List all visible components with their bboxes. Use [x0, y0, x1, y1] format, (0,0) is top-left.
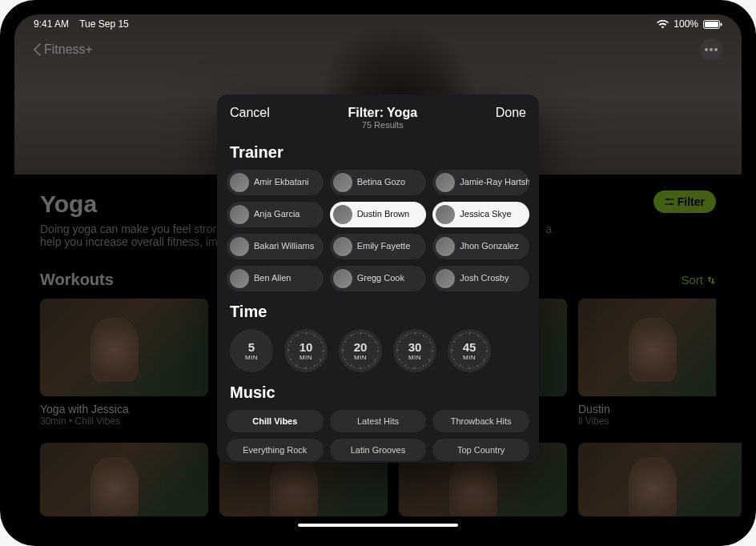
- wifi-icon: [657, 20, 669, 29]
- time-option[interactable]: 20MIN: [339, 329, 382, 372]
- back-label: Fitness+: [44, 42, 93, 57]
- trainer-avatar-icon: [230, 237, 249, 256]
- music-option[interactable]: Everything Rock: [227, 439, 324, 461]
- status-time: 9:41 AM: [34, 18, 69, 30]
- trainer-name: Betina Gozo: [357, 178, 406, 187]
- status-bar: 9:41 AM Tue Sep 15 100%: [14, 14, 742, 32]
- time-unit: MIN: [408, 354, 421, 361]
- workout-thumb: [40, 299, 208, 396]
- trainer-avatar-icon: [436, 237, 455, 256]
- music-options: Chill VibesLatest HitsThrowback HitsEver…: [227, 410, 529, 463]
- sort-arrows-icon: [706, 275, 716, 285]
- trainer-avatar-icon: [436, 205, 455, 224]
- battery-percent: 100%: [674, 18, 698, 30]
- trainer-name: Jamie-Ray Hartshorne: [460, 178, 529, 187]
- music-option[interactable]: Latest Hits: [330, 410, 427, 432]
- svg-rect-9: [665, 204, 674, 205]
- trainer-pill[interactable]: Emily Fayette: [330, 234, 427, 259]
- music-option[interactable]: Latin Grooves: [330, 439, 427, 461]
- trainer-name: Jessica Skye: [460, 210, 511, 219]
- workout-card-sub: ll Vibes: [578, 416, 716, 427]
- time-unit: MIN: [463, 354, 476, 361]
- done-button[interactable]: Done: [496, 106, 526, 120]
- more-button[interactable]: [700, 38, 722, 61]
- svg-point-4: [710, 48, 713, 51]
- trainer-pill[interactable]: Ben Allen: [227, 266, 324, 291]
- screen: 9:41 AM Tue Sep 15 100% Fitness+: [14, 14, 742, 532]
- svg-point-3: [705, 48, 708, 51]
- time-number: 30: [408, 341, 422, 353]
- trainer-pill[interactable]: Jamie-Ray Hartshorne: [432, 170, 529, 195]
- trainer-name: Josh Crosby: [460, 274, 509, 283]
- trainer-group-title: Trainer: [230, 143, 526, 162]
- sort-button[interactable]: Sort: [681, 273, 716, 287]
- trainer-name: Gregg Cook: [357, 274, 404, 283]
- trainer-name: Amir Ekbatani: [254, 178, 308, 187]
- workout-thumb: [578, 443, 742, 516]
- trainer-avatar-icon: [333, 173, 352, 192]
- workout-card[interactable]: Dustin ll Vibes: [578, 299, 716, 427]
- trainer-avatar-icon: [230, 173, 249, 192]
- time-unit: MIN: [354, 354, 367, 361]
- trainer-pill[interactable]: Anja Garcia: [227, 202, 324, 227]
- time-unit: MIN: [245, 354, 258, 361]
- trainer-name: Emily Fayette: [357, 242, 411, 251]
- workout-thumb: [40, 443, 208, 516]
- workout-card-title: Dustin: [578, 403, 716, 416]
- time-option[interactable]: 45MIN: [448, 329, 491, 372]
- trainer-pill[interactable]: Josh Crosby: [432, 266, 529, 291]
- music-option[interactable]: Chill Vibes: [227, 410, 324, 432]
- trainer-pill[interactable]: Gregg Cook: [330, 266, 427, 291]
- status-right: 100%: [657, 18, 722, 30]
- trainer-pill[interactable]: Amir Ekbatani: [227, 170, 324, 195]
- time-option[interactable]: 10MIN: [284, 329, 328, 372]
- time-unit: MIN: [300, 354, 312, 361]
- battery-icon: [703, 20, 722, 29]
- status-left: 9:41 AM Tue Sep 15: [34, 18, 129, 30]
- sheet-body[interactable]: Trainer Amir EkbataniBetina GozoJamie-Ra…: [217, 139, 539, 463]
- trainer-pill[interactable]: Jhon Gonzalez: [432, 234, 529, 259]
- home-indicator[interactable]: [298, 524, 458, 527]
- ipad-frame: 9:41 AM Tue Sep 15 100% Fitness+: [0, 0, 756, 546]
- filter-icon: [665, 197, 674, 207]
- filter-sheet: Cancel Filter: Yoga 75 Results Done Trai…: [217, 94, 539, 463]
- trainer-pill[interactable]: Betina Gozo: [330, 170, 427, 195]
- time-option[interactable]: 30MIN: [393, 329, 436, 372]
- trainer-pill[interactable]: Dustin Brown: [330, 202, 427, 227]
- back-button[interactable]: Fitness+: [34, 42, 93, 57]
- trainer-name: Jhon Gonzalez: [460, 242, 518, 251]
- music-group-title: Music: [230, 383, 526, 402]
- trainer-avatar-icon: [436, 269, 455, 288]
- time-options: 5MIN10MIN20MIN30MIN45MIN: [230, 329, 529, 372]
- trainer-avatar-icon: [333, 237, 352, 256]
- svg-rect-2: [721, 22, 722, 26]
- trainer-pill[interactable]: Jessica Skye: [432, 202, 529, 227]
- music-option[interactable]: Top Country: [432, 439, 529, 461]
- sort-label: Sort: [681, 273, 703, 287]
- music-option[interactable]: Throwback Hits: [432, 410, 529, 432]
- svg-point-5: [714, 48, 718, 51]
- time-option[interactable]: 5MIN: [230, 329, 273, 372]
- time-number: 10: [300, 341, 313, 353]
- ellipsis-icon: [705, 48, 718, 51]
- trainer-avatar-icon: [333, 269, 352, 288]
- time-number: 45: [463, 341, 477, 353]
- time-group-title: Time: [230, 303, 526, 321]
- trainer-pill[interactable]: Bakari Williams: [227, 234, 324, 259]
- trainer-name: Dustin Brown: [357, 210, 409, 219]
- workout-card-sub: 30min • Chill Vibes: [40, 416, 208, 427]
- filter-button[interactable]: Filter: [653, 191, 716, 213]
- svg-rect-7: [665, 199, 674, 200]
- trainer-name: Ben Allen: [254, 274, 291, 283]
- chevron-left-icon: [34, 43, 41, 56]
- svg-rect-1: [705, 22, 718, 27]
- trainer-avatar-icon: [333, 205, 352, 224]
- workout-card[interactable]: Yoga with Jessica 30min • Chill Vibes: [40, 299, 208, 427]
- cancel-button[interactable]: Cancel: [230, 106, 270, 120]
- sheet-results: 75 Results: [348, 120, 418, 130]
- time-number: 5: [248, 341, 255, 353]
- trainer-name: Bakari Williams: [254, 242, 314, 251]
- trainer-avatar-icon: [436, 173, 455, 192]
- trainer-avatar-icon: [230, 205, 249, 224]
- workout-thumb: [578, 299, 716, 396]
